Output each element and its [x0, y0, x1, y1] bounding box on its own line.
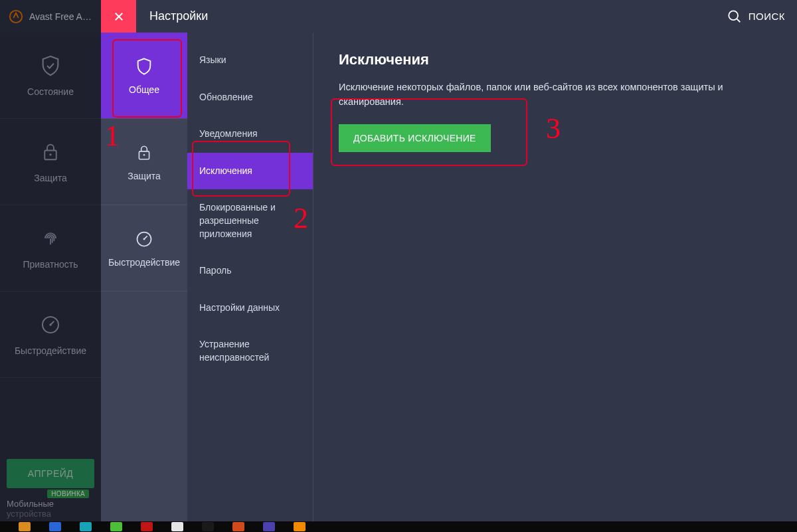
avast-logo-icon	[8, 9, 24, 25]
category-label: Быстродействие	[108, 257, 180, 268]
settings-categories: Общее Защита Быстродействие	[101, 33, 187, 521]
nav-label: Быстродействие	[15, 345, 86, 356]
nav-label: Состояние	[27, 86, 74, 97]
submenu-blocked-apps[interactable]: Блокированные и разрешенные приложения	[187, 189, 313, 252]
taskbar-icon[interactable]	[294, 522, 306, 531]
search-button[interactable]: ПОИСК	[727, 0, 785, 33]
settings-title: Настройки	[149, 0, 208, 33]
mobile-devices-link[interactable]: НОВИНКА Мобильные устройства	[0, 495, 101, 521]
fingerprint-icon	[39, 227, 62, 250]
gauge-icon	[134, 229, 154, 249]
category-label: Защита	[128, 171, 161, 181]
nav-protection[interactable]: Защита	[0, 119, 101, 205]
nav-privacy[interactable]: Приватность	[0, 205, 101, 292]
submenu-notifications[interactable]: Уведомления	[187, 116, 313, 153]
svg-point-3	[729, 11, 738, 20]
category-label: Общее	[129, 84, 159, 95]
submenu-exceptions[interactable]: Исключения	[187, 153, 313, 190]
close-icon	[113, 11, 125, 23]
page-description: Исключение некоторых файлов, папок или в…	[339, 80, 772, 110]
windows-taskbar[interactable]	[0, 521, 797, 532]
settings-submenu: Языки Обновление Уведомления Исключения …	[187, 33, 313, 521]
svg-point-14	[143, 238, 145, 240]
add-exception-button[interactable]: ДОБАВИТЬ ИСКЛЮЧЕНИЕ	[339, 124, 491, 152]
taskbar-icon[interactable]	[110, 522, 122, 531]
shield-check-icon	[39, 54, 62, 77]
category-protection[interactable]: Защита	[101, 119, 187, 205]
taskbar-icon[interactable]	[171, 522, 183, 531]
svg-point-9	[49, 323, 51, 325]
submenu-languages[interactable]: Языки	[187, 42, 313, 79]
taskbar-icon[interactable]	[141, 522, 153, 531]
upgrade-button[interactable]: АПГРЕЙД	[7, 459, 94, 488]
content-pane: Исключения Исключение некоторых файлов, …	[313, 33, 797, 521]
submenu-data-settings[interactable]: Настройки данных	[187, 290, 313, 327]
titlebar: Avast Free A… Настройки ПОИСК	[0, 0, 797, 33]
lock-icon	[39, 141, 62, 163]
submenu-password[interactable]: Пароль	[187, 252, 313, 290]
page-title: Исключения	[339, 51, 772, 68]
nav-performance[interactable]: Быстродействие	[0, 292, 101, 378]
taskbar-icon[interactable]	[263, 522, 275, 531]
app-logo: Avast Free A…	[0, 9, 92, 25]
gauge-icon	[39, 313, 62, 336]
nav-status[interactable]: Состояние	[0, 33, 101, 119]
category-general[interactable]: Общее	[101, 33, 187, 119]
submenu-update[interactable]: Обновление	[187, 79, 313, 116]
main-nav: Состояние Защита Приватность Быстродейст…	[0, 33, 101, 521]
shield-icon	[134, 56, 154, 76]
search-icon	[727, 9, 742, 24]
svg-line-4	[737, 19, 740, 22]
new-badge: НОВИНКА	[47, 489, 89, 498]
taskbar-icon[interactable]	[232, 522, 244, 531]
nav-label: Приватность	[23, 259, 78, 270]
taskbar-icon[interactable]	[19, 522, 31, 531]
search-label: ПОИСК	[749, 11, 785, 22]
app-name: Avast Free A…	[29, 11, 92, 22]
close-settings-button[interactable]	[101, 0, 136, 33]
lock-icon	[134, 143, 154, 163]
taskbar-icon[interactable]	[202, 522, 214, 531]
category-performance[interactable]: Быстродействие	[101, 205, 187, 292]
taskbar-icon[interactable]	[80, 522, 92, 531]
svg-point-11	[143, 153, 145, 155]
submenu-troubleshoot[interactable]: Устранение неисправностей	[187, 326, 313, 376]
svg-point-6	[49, 153, 51, 155]
taskbar-icon[interactable]	[49, 522, 61, 531]
nav-label: Защита	[34, 173, 67, 183]
